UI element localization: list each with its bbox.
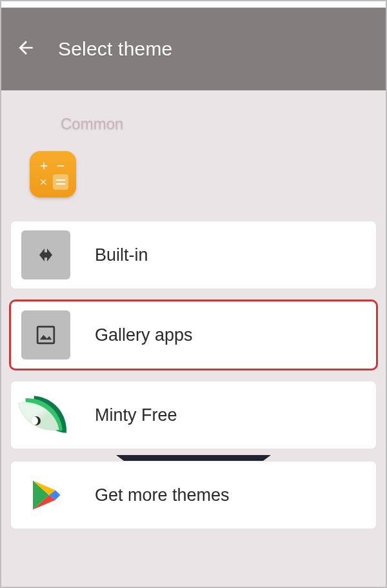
svg-rect-0 <box>37 327 54 343</box>
play-store-icon <box>21 471 70 520</box>
minty-icon <box>21 390 70 440</box>
gallery-icon <box>21 310 70 360</box>
theme-option-label: Get more themes <box>95 485 230 505</box>
statusbar <box>0 0 387 8</box>
calculator-icon[interactable] <box>30 151 76 198</box>
preview-icon-row <box>0 139 387 198</box>
theme-option-label: Gallery apps <box>95 325 193 345</box>
theme-option-more[interactable]: Get more themes <box>10 461 377 529</box>
theme-option-minty[interactable]: Minty Free <box>10 381 377 449</box>
theme-list: Built-in Gallery apps Minty Free <box>0 198 387 529</box>
theme-option-label: Built-in <box>95 245 148 265</box>
appbar: Select theme <box>0 8 387 90</box>
builtin-icon <box>21 230 70 279</box>
theme-option-label: Minty Free <box>95 405 177 425</box>
theme-option-gallery[interactable]: Gallery apps <box>10 301 377 369</box>
section-label: Common <box>0 90 387 139</box>
back-icon[interactable] <box>15 37 36 61</box>
page-title: Select theme <box>58 38 173 60</box>
theme-option-builtin[interactable]: Built-in <box>10 221 377 289</box>
